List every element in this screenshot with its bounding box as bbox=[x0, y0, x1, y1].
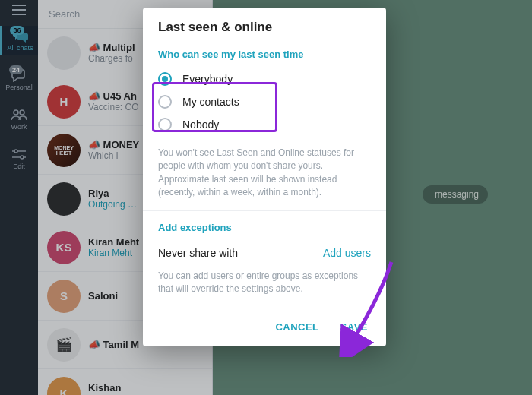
radio-icon bbox=[158, 72, 172, 86]
option-my-contacts[interactable]: My contacts bbox=[158, 90, 371, 113]
cancel-button[interactable]: CANCEL bbox=[275, 321, 318, 333]
radio-group: Everybody My contacts Nobody bbox=[143, 66, 386, 139]
option-nobody[interactable]: Nobody bbox=[158, 113, 371, 136]
option-label: Everybody bbox=[182, 73, 233, 85]
exceptions-label: Add exceptions bbox=[143, 211, 386, 239]
annotation-arrow bbox=[334, 258, 397, 357]
add-users-link[interactable]: Add users bbox=[323, 247, 371, 259]
radio-icon bbox=[158, 118, 172, 131]
option-label: My contacts bbox=[182, 96, 239, 108]
option-everybody[interactable]: Everybody bbox=[158, 68, 371, 90]
option-label: Nobody bbox=[182, 118, 219, 131]
modal-title: Last seen & online bbox=[143, 8, 386, 41]
never-share-label: Never share with bbox=[158, 247, 238, 259]
radio-icon bbox=[158, 95, 172, 109]
modal-info-text: You won't see Last Seen and Online statu… bbox=[143, 139, 386, 210]
modal-section-label: Who can see my last seen time bbox=[143, 41, 386, 66]
